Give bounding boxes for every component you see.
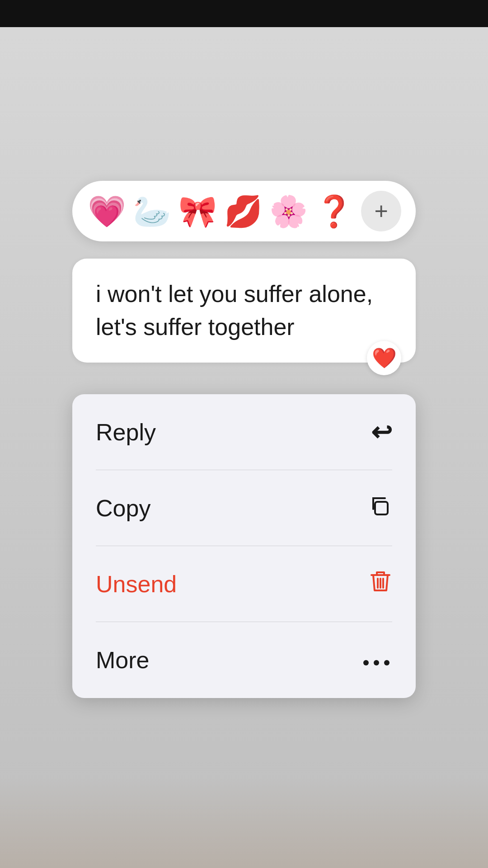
more-icon xyxy=(361,646,392,674)
emoji-question[interactable]: ❓ xyxy=(314,191,354,231)
menu-item-reply[interactable]: Reply ↩ xyxy=(72,394,416,470)
heart-emoji: ❤️ xyxy=(372,346,397,370)
reply-icon: ↩ xyxy=(371,417,392,447)
trash-icon xyxy=(369,569,392,599)
copy-label: Copy xyxy=(96,495,150,522)
svg-point-4 xyxy=(363,660,369,665)
message-text: i won't let you suffer alone, let's suff… xyxy=(96,281,373,340)
content-area: 💗 🦢 🎀 💋 🌸 ❓ + i won't let you suffer alo… xyxy=(0,27,488,868)
context-menu: Reply ↩ Copy Unsend xyxy=(72,394,416,698)
copy-icon xyxy=(369,494,392,523)
emoji-reaction-bar: 💗 🦢 🎀 💋 🌸 ❓ + xyxy=(72,181,416,241)
svg-point-6 xyxy=(384,660,389,665)
svg-point-5 xyxy=(374,660,379,665)
emoji-hearts[interactable]: 💗 xyxy=(87,191,127,231)
more-label: More xyxy=(96,646,149,674)
heart-reaction[interactable]: ❤️ xyxy=(367,341,401,375)
menu-item-copy[interactable]: Copy xyxy=(72,470,416,546)
status-bar xyxy=(0,0,488,27)
emoji-flower[interactable]: 🌸 xyxy=(268,191,309,231)
menu-item-unsend[interactable]: Unsend xyxy=(72,546,416,622)
emoji-add-button[interactable]: + xyxy=(361,191,401,231)
reply-label: Reply xyxy=(96,419,156,446)
plus-icon: + xyxy=(375,199,388,223)
svg-rect-0 xyxy=(375,502,388,514)
menu-item-more[interactable]: More xyxy=(72,622,416,698)
message-bubble: i won't let you suffer alone, let's suff… xyxy=(72,259,416,363)
unsend-label: Unsend xyxy=(96,571,177,598)
emoji-lips[interactable]: 💋 xyxy=(223,191,263,231)
emoji-swan[interactable]: 🦢 xyxy=(132,191,173,231)
bottom-gradient xyxy=(0,778,488,868)
emoji-bow[interactable]: 🎀 xyxy=(178,191,218,231)
